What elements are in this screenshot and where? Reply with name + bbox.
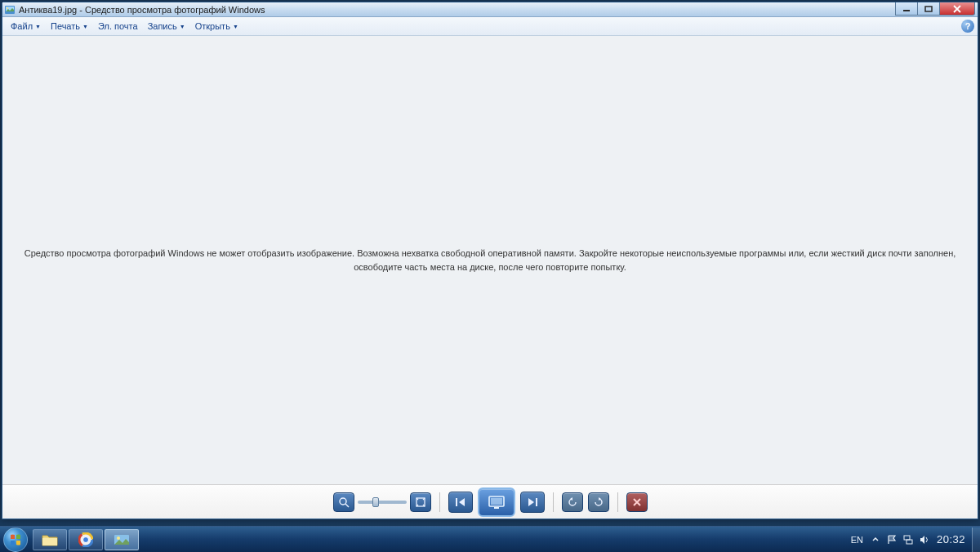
task-photo-viewer[interactable] — [105, 529, 139, 550]
tray-chevron-icon[interactable] — [870, 534, 881, 545]
menu-print-label: Печать — [51, 21, 80, 31]
menu-print[interactable]: Печать▼ — [46, 20, 93, 33]
maximize-button[interactable] — [917, 2, 940, 16]
task-chrome[interactable] — [69, 529, 103, 550]
separator — [439, 492, 440, 512]
actual-size-button[interactable] — [410, 492, 431, 512]
task-explorer[interactable] — [33, 529, 67, 550]
svg-rect-12 — [536, 498, 537, 506]
rotate-ccw-button[interactable] — [562, 492, 583, 512]
menubar: Файл▼ Печать▼ Эл. почта Запись▼ Открыть▼… — [2, 17, 978, 36]
slideshow-button[interactable] — [478, 487, 515, 517]
start-button[interactable] — [0, 527, 31, 553]
minimize-button[interactable] — [895, 2, 918, 16]
menu-burn-label: Запись — [148, 21, 177, 31]
error-message: Средство просмотра фотографий Windows не… — [20, 247, 960, 274]
menu-open-label: Открыть — [195, 21, 230, 31]
svg-rect-3 — [903, 10, 910, 11]
chevron-down-icon: ▼ — [35, 24, 41, 29]
viewer-toolbar — [2, 484, 978, 519]
menu-burn[interactable]: Запись▼ — [143, 20, 190, 33]
svg-rect-11 — [494, 507, 499, 509]
next-button[interactable] — [520, 492, 545, 513]
taskbar-items — [33, 529, 139, 550]
svg-point-2 — [7, 7, 8, 9]
chevron-down-icon: ▼ — [233, 24, 238, 29]
chevron-down-icon: ▼ — [82, 24, 88, 29]
menu-file[interactable]: Файл▼ — [6, 20, 46, 33]
taskbar: EN 20:32 — [0, 526, 980, 552]
show-desktop-button[interactable] — [972, 528, 980, 552]
separator — [617, 492, 618, 512]
help-button[interactable]: ? — [961, 20, 974, 33]
photo-viewer-window: Антиква19.jpg - Средство просмотра фотог… — [2, 2, 978, 519]
rotate-cw-button[interactable] — [588, 492, 609, 512]
window-controls — [896, 2, 975, 16]
menu-open[interactable]: Открыть▼ — [190, 20, 243, 33]
window-title: Антиква19.jpg - Средство просмотра фотог… — [19, 5, 976, 15]
zoom-thumb[interactable] — [372, 497, 379, 507]
svg-point-21 — [117, 536, 120, 540]
clock[interactable]: 20:32 — [937, 533, 965, 545]
network-icon[interactable] — [902, 534, 914, 545]
language-indicator[interactable]: EN — [851, 535, 863, 545]
volume-icon[interactable] — [919, 534, 930, 545]
svg-rect-8 — [456, 498, 457, 506]
zoom-group — [333, 492, 431, 512]
content-area: Средство просмотра фотографий Windows не… — [2, 36, 978, 484]
svg-rect-13 — [42, 538, 57, 545]
svg-line-6 — [345, 504, 349, 507]
zoom-button[interactable] — [333, 492, 354, 512]
chevron-down-icon: ▼ — [180, 24, 185, 29]
tray-icons — [870, 534, 930, 545]
svg-point-5 — [340, 498, 346, 505]
separator — [553, 492, 554, 512]
svg-rect-23 — [906, 540, 912, 544]
menu-file-label: Файл — [11, 21, 33, 31]
menu-email-label: Эл. почта — [98, 21, 138, 31]
zoom-slider[interactable] — [358, 501, 407, 504]
menu-email[interactable]: Эл. почта — [93, 20, 143, 33]
previous-button[interactable] — [448, 492, 473, 513]
windows-logo-icon — [3, 528, 28, 552]
delete-button[interactable] — [626, 492, 648, 512]
svg-rect-10 — [491, 498, 502, 505]
svg-rect-22 — [904, 536, 910, 540]
svg-rect-4 — [925, 7, 932, 11]
flag-icon[interactable] — [886, 534, 898, 545]
app-icon — [4, 5, 16, 15]
close-button[interactable] — [939, 2, 975, 16]
system-tray: EN 20:32 — [851, 533, 972, 545]
titlebar[interactable]: Антиква19.jpg - Средство просмотра фотог… — [2, 2, 978, 17]
